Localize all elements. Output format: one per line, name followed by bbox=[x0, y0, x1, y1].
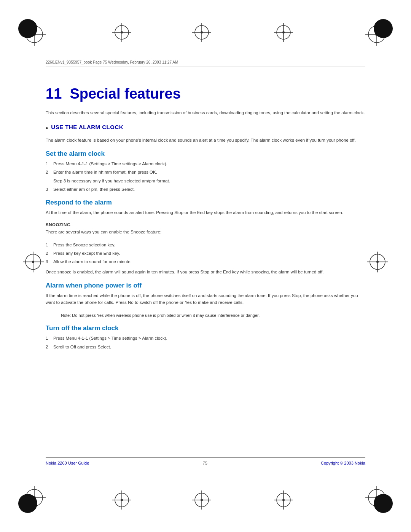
list-item: 1 Press the Snooze selection key. bbox=[46, 242, 365, 248]
snoozing-label: SNOOZING bbox=[46, 222, 365, 227]
footer: Nokia 2260 User Guide 75 Copyright © 200… bbox=[46, 461, 365, 465]
list-item: 2 Scroll to Off and press Select. bbox=[46, 344, 365, 350]
corner-blob-tr bbox=[374, 19, 393, 38]
section1-heading-text: USE THE ALARM CLOCK bbox=[51, 124, 123, 130]
subsection2-heading: Respond to the alarm bbox=[46, 199, 365, 206]
list-item: 3 Allow the alarm to sound for one minut… bbox=[46, 259, 365, 265]
step-text: Scroll to Off and press Select. bbox=[53, 344, 365, 350]
footer-left: Nokia 2260 User Guide bbox=[46, 461, 89, 465]
svg-point-43 bbox=[201, 31, 203, 34]
subsection1-steps: 1 Press Menu 4-1-1 (Settings > Time sett… bbox=[46, 161, 365, 193]
subsection1-heading: Set the alarm clock bbox=[46, 150, 365, 158]
footer-page-number: 75 bbox=[203, 461, 207, 465]
subsection2-body: At the time of the alarm, the phone soun… bbox=[46, 209, 365, 216]
list-item: 2 Enter the alarm time in hh:mm format, … bbox=[46, 169, 365, 176]
svg-point-19 bbox=[32, 261, 34, 263]
snoozing-intro: There are several ways you can enable th… bbox=[46, 229, 365, 236]
step-number: 1 bbox=[46, 161, 53, 167]
svg-point-47 bbox=[282, 31, 285, 34]
header-rule bbox=[46, 67, 365, 67]
step-text: Press Menu 4-1-1 (Settings > Time settin… bbox=[53, 161, 365, 167]
footer-right: Copyright © 2003 Nokia bbox=[321, 461, 365, 465]
section1-heading: • USE THE ALARM CLOCK bbox=[46, 124, 365, 133]
chapter-number: 11 bbox=[46, 86, 62, 102]
step-note: Step 3 is necessary only if you have sel… bbox=[53, 178, 365, 184]
reg-mark-left bbox=[23, 252, 44, 274]
corner-blob-bl bbox=[18, 494, 37, 513]
svg-point-39 bbox=[121, 31, 123, 34]
chapter-title: 11 Special features bbox=[46, 86, 365, 102]
list-item: 1 Press Menu 4-1-1 (Settings > Time sett… bbox=[46, 161, 365, 167]
step-number: 2 bbox=[46, 169, 53, 176]
list-item: 3 Select either am or pm, then press Sel… bbox=[46, 186, 365, 193]
svg-point-35 bbox=[282, 499, 285, 501]
reg-mark-top-1 bbox=[112, 23, 131, 43]
bullet-icon: • bbox=[46, 125, 48, 133]
header-text: 2260.ENv1_9355957_book Page 75 Wednesday… bbox=[46, 60, 365, 64]
svg-point-31 bbox=[201, 499, 203, 501]
step-text: Select either am or pm, then press Selec… bbox=[53, 186, 365, 193]
reg-mark-top-3 bbox=[274, 23, 293, 43]
section1-body: The alarm clock feature is based on your… bbox=[46, 137, 365, 144]
chapter-title-text: Special features bbox=[70, 86, 180, 102]
header-label: 2260.ENv1_9355957_book Page 75 Wednesday… bbox=[46, 60, 178, 64]
reg-mark-top-2 bbox=[192, 23, 211, 43]
step-number: 3 bbox=[46, 259, 53, 265]
step-text: Enter the alarm time in hh:mm format, th… bbox=[53, 169, 365, 176]
snooze-note: Once snooze is enabled, the alarm will s… bbox=[46, 269, 365, 276]
step-number: 1 bbox=[46, 242, 53, 248]
svg-point-27 bbox=[121, 499, 123, 501]
intro-paragraph: This section describes several special f… bbox=[46, 110, 365, 116]
svg-point-23 bbox=[376, 261, 379, 263]
reg-mark-bottom-3 bbox=[274, 490, 293, 511]
step-text: Press Menu 4-1-1 (Settings > Time settin… bbox=[53, 335, 365, 342]
subsection4-heading: Turn off the alarm clock bbox=[46, 324, 365, 332]
list-item: 1 Press Menu 4-1-1 (Settings > Time sett… bbox=[46, 335, 365, 342]
reg-mark-bottom-1 bbox=[112, 490, 131, 511]
reg-mark-right bbox=[367, 252, 388, 274]
step-number: 3 bbox=[46, 186, 53, 193]
subsection3-body: If the alarm time is reached while the p… bbox=[46, 292, 365, 306]
step-number: 2 bbox=[46, 344, 53, 350]
step-number: 2 bbox=[46, 250, 53, 257]
step-text: Press the Snooze selection key. bbox=[53, 242, 365, 248]
subsection3-heading: Alarm when phone power is off bbox=[46, 282, 365, 289]
step-text: Press any key except the End key. bbox=[53, 250, 365, 257]
step-text: Allow the alarm to sound for one minute. bbox=[53, 259, 365, 265]
step-number: 1 bbox=[46, 335, 53, 342]
page-container: 2260.ENv1_9355957_book Page 75 Wednesday… bbox=[0, 0, 411, 532]
corner-blob-tl bbox=[18, 19, 37, 38]
subsection3-note: Note: Do not press Yes when wireless pho… bbox=[61, 312, 365, 319]
list-item: 2 Press any key except the End key. bbox=[46, 250, 365, 257]
main-content: 11 Special features This section describ… bbox=[46, 74, 365, 450]
reg-mark-bottom-2 bbox=[192, 490, 211, 511]
footer-rule bbox=[46, 457, 365, 458]
snooze-steps: 1 Press the Snooze selection key. 2 Pres… bbox=[46, 242, 365, 265]
subsection4-steps: 1 Press Menu 4-1-1 (Settings > Time sett… bbox=[46, 335, 365, 350]
corner-blob-br bbox=[374, 494, 393, 513]
